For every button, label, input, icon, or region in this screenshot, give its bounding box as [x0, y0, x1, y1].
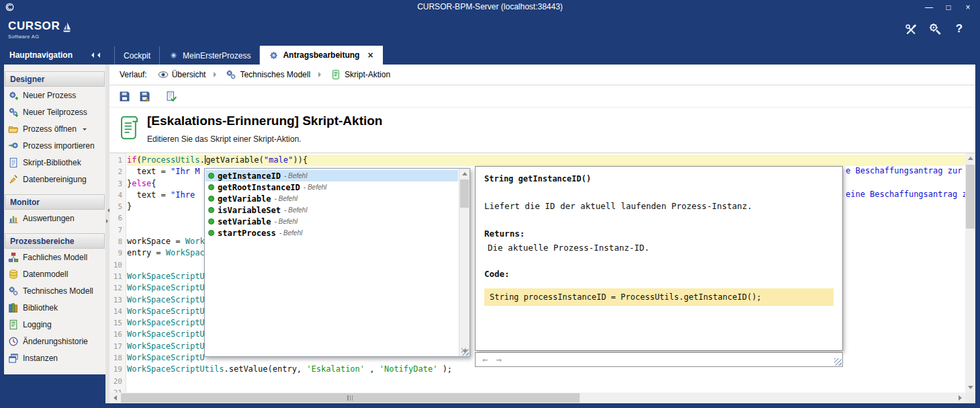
sidebar-item-fachliches-modell[interactable]: Fachliches Modell — [4, 249, 105, 266]
sidebar-item-anderungshistorie[interactable]: Änderungshistorie — [4, 333, 105, 350]
scroll-down-icon[interactable] — [965, 382, 975, 393]
code-token: text = — [127, 167, 171, 176]
collapse-sidebar-icon[interactable] — [89, 52, 100, 58]
line-number: 8 — [109, 236, 126, 247]
sidebar-item-label: Datenbereinigung — [23, 175, 87, 184]
autocomplete-item-setvariable[interactable]: setVariable - Befehl — [206, 216, 458, 227]
sidebar-item-neuer-prozess[interactable]: Neuer Prozess — [4, 87, 105, 104]
script-editor[interactable]: 123456789101112131415161718192021 if(Pro… — [109, 153, 965, 393]
breadcrumb-item-skript-aktion[interactable]: Skript-Aktion — [330, 69, 390, 80]
sidebar-section-header-prozessbereiche[interactable]: Prozessbereiche — [5, 233, 105, 249]
code-token: "Ihre — [171, 190, 195, 200]
autocomplete-item-name: getVariable — [218, 194, 271, 204]
sidebar-section-header-designer[interactable]: Designer — [5, 71, 105, 87]
horizontal-scrollbar[interactable] — [109, 393, 965, 403]
minimize-button[interactable]: — — [921, 1, 937, 13]
chevron-right-icon — [318, 72, 324, 77]
doc-signature: String getInstanceID() — [484, 174, 834, 183]
breadcrumb-item-technisches-modell[interactable]: Technisches Modell — [226, 69, 310, 80]
sidebar-item-prozess-importieren[interactable]: Prozess importieren — [4, 137, 105, 154]
script-action-page-icon — [119, 115, 139, 140]
settings-wrench-button[interactable] — [928, 22, 942, 36]
check-script-button[interactable] — [163, 89, 179, 105]
horizontal-scrollbar-thumb[interactable] — [121, 393, 580, 403]
scroll-right-icon[interactable] — [954, 393, 965, 403]
resize-grip[interactable] — [461, 348, 469, 356]
brand-logo: CURSOR Software AG — [8, 19, 73, 40]
script-library-icon — [8, 157, 19, 168]
breadcrumb-item-label: Skript-Aktion — [345, 70, 390, 79]
sidebar-item-skript-bibliothek[interactable]: Skript-Bibliothek — [4, 154, 105, 171]
close-tab-icon[interactable]: × — [367, 50, 373, 60]
line-number: 6 — [109, 212, 126, 224]
command-dot-icon — [208, 207, 214, 213]
line-number: 2 — [109, 166, 126, 177]
sidebar-section-designer: DesignerNeuer ProzessNeuer TeilprozessPr… — [4, 71, 105, 188]
close-button[interactable]: × — [960, 1, 976, 13]
nav-back-icon[interactable]: ⇐ — [482, 355, 488, 364]
autocomplete-item-getrootinstanceid[interactable]: getRootInstanceID - Befehl — [206, 181, 458, 193]
tab-meinersterprozess[interactable]: MeinErsterProzess — [160, 46, 260, 65]
vertical-scrollbar[interactable] — [965, 153, 975, 393]
line-number: 15 — [109, 317, 126, 329]
sidebar-item-label: Prozess öffnen — [23, 124, 77, 134]
settings-wrench-icon — [928, 22, 942, 36]
autocomplete-popup: getInstanceID - BefehlgetRootInstanceID … — [204, 168, 470, 357]
business-model-icon — [8, 252, 19, 263]
line-number: 1 — [109, 155, 126, 166]
code-line-20 — [127, 376, 965, 387]
help-icon: ? — [956, 22, 963, 36]
sidebar-navigation: DesignerNeuer ProzessNeuer TeilprozessPr… — [4, 65, 105, 374]
autocomplete-item-isvariableset[interactable]: isVariableSet - Befehl — [206, 204, 458, 216]
tab-cockpit[interactable]: Cockpit — [114, 46, 160, 65]
command-dot-icon — [208, 218, 214, 225]
autocomplete-scrollbar-thumb[interactable] — [460, 179, 469, 208]
chevron-down-icon[interactable] — [83, 128, 87, 132]
help-button[interactable]: ? — [952, 22, 967, 36]
autocomplete-list: getInstanceID - BefehlgetRootInstanceID … — [206, 170, 458, 239]
doc-code-label: Code: — [484, 269, 834, 279]
library-icon — [8, 302, 19, 313]
data-cleanup-icon — [8, 174, 19, 185]
process-icon — [269, 50, 279, 60]
page-header: [Eskalations-Erinnerung] Skript-Aktion E… — [109, 108, 975, 153]
sidebar-item-auswertungen[interactable]: Auswertungen — [4, 210, 105, 227]
code-line-21 — [127, 387, 965, 393]
save-as-button[interactable] — [136, 89, 152, 105]
sidebar-section-header-monitor[interactable]: Monitor — [5, 194, 105, 210]
resize-grip[interactable] — [834, 358, 842, 366]
code-token: workSpace = — [127, 237, 185, 246]
save-button[interactable] — [116, 89, 132, 105]
sidebar-item-bibliothek[interactable]: Bibliothek — [4, 299, 105, 316]
tab-antragsbearbeitung[interactable]: Antragsbearbeitung× — [260, 46, 382, 65]
scroll-left-icon[interactable] — [109, 393, 120, 403]
scroll-up-icon[interactable] — [459, 169, 470, 179]
sidebar-item-prozess-offnen[interactable]: Prozess öffnen — [4, 120, 105, 137]
autocomplete-item-name: isVariableSet — [218, 206, 281, 215]
autocomplete-item-startprocess[interactable]: startProcess - Befehl — [206, 227, 458, 239]
autocomplete-item-getvariable[interactable]: getVariable - Befehl — [206, 193, 458, 204]
sidebar-item-instanzen[interactable]: Instanzen — [4, 350, 105, 366]
command-dot-icon — [208, 173, 214, 179]
nav-forward-icon[interactable]: ⇒ — [496, 355, 501, 364]
sidebar-item-datenmodell[interactable]: Datenmodell — [4, 266, 105, 282]
sidebar-item-label: Technisches Modell — [23, 286, 93, 296]
tools-button[interactable] — [903, 22, 918, 36]
autocomplete-scrollbar[interactable] — [459, 169, 470, 356]
breadcrumb-item-ubersicht[interactable]: Übersicht — [158, 69, 206, 80]
sidebar-item-logging[interactable]: Logging — [4, 316, 105, 333]
vertical-scrollbar-thumb[interactable] — [966, 165, 975, 229]
sidebar-item-neuer-teilprozess[interactable]: Neuer Teilprozess — [4, 104, 105, 120]
open-process-icon — [8, 124, 19, 134]
logging-icon — [8, 319, 19, 330]
autocomplete-item-kind: - Befehl — [274, 218, 297, 225]
doc-returns-text: Die aktuelle Prozess-Instanz-ID. — [484, 243, 834, 253]
sidebar-item-datenbereinigung[interactable]: Datenbereinigung — [4, 171, 105, 188]
scroll-up-icon[interactable] — [965, 153, 975, 163]
breadcrumb: ÜbersichtTechnisches ModellSkript-Aktion — [158, 69, 390, 80]
overview-eye-icon — [158, 69, 169, 80]
autocomplete-item-getinstanceid[interactable]: getInstanceID - Befehl — [206, 170, 458, 181]
sidebar-item-technisches-modell[interactable]: Technisches Modell — [4, 282, 105, 299]
maximize-button[interactable]: □ — [940, 1, 956, 13]
editor-zone: 123456789101112131415161718192021 if(Pro… — [109, 153, 975, 403]
